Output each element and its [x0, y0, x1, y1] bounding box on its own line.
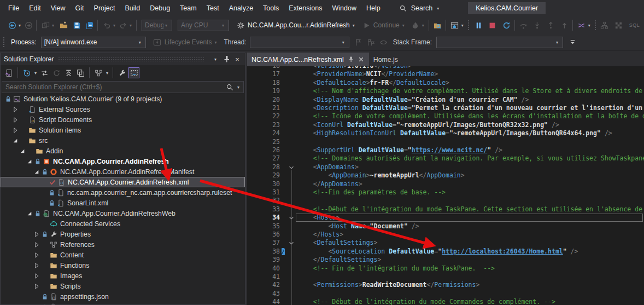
twisty-expanded-icon[interactable] — [32, 168, 40, 176]
threads-loop-icon[interactable] — [379, 37, 389, 47]
preview-selected-items-icon[interactable] — [129, 68, 139, 78]
show-all-windows-caret[interactable]: ▾ — [460, 23, 465, 28]
twisty-collapsed-icon[interactable] — [32, 230, 40, 238]
restart-icon[interactable] — [502, 20, 512, 30]
fold-chevron-icon[interactable] — [288, 164, 295, 171]
menu-item-tools[interactable]: Tools — [258, 2, 284, 15]
search-options-caret[interactable]: ▾ — [236, 85, 241, 90]
view-hierarchy-icon[interactable] — [93, 68, 103, 78]
undo-icon[interactable] — [102, 20, 112, 30]
code-editor[interactable]: 16 <Version>1.0.1.0</Version>17 <Provide… — [247, 66, 644, 305]
startup-project-caret[interactable]: ▾ — [351, 23, 356, 28]
properties-wrench-icon[interactable] — [117, 68, 127, 78]
twisty-expanded-icon[interactable] — [25, 209, 33, 217]
solution-config-dropdown[interactable]: Debug▾ — [142, 20, 172, 31]
editor-tab-home-js[interactable]: Home.js — [369, 53, 402, 66]
hot-reload-caret[interactable]: ▾ — [420, 23, 426, 28]
nav-back-icon[interactable] — [7, 20, 17, 30]
step-over-icon[interactable] — [519, 20, 529, 30]
break-all-icon[interactable] — [474, 20, 484, 30]
stack-frame-dropdown[interactable]: ▾ — [436, 37, 563, 48]
collapse-all-icon[interactable] — [63, 68, 73, 78]
switch-views-icon[interactable] — [4, 68, 14, 78]
watch-icon[interactable] — [577, 20, 587, 30]
redo-icon[interactable] — [118, 20, 128, 30]
menu-item-extensions[interactable]: Extensions — [284, 2, 327, 15]
tree-item-scripts[interactable]: Scripts — [1, 281, 245, 291]
tree-item-connected-services[interactable]: Connected Services — [1, 218, 245, 229]
pending-changes-filter-icon[interactable] — [22, 68, 32, 78]
twisty-collapsed-icon[interactable] — [32, 282, 40, 290]
search-input[interactable] — [2, 83, 225, 91]
new-project-icon[interactable] — [40, 20, 50, 30]
watch-caret[interactable]: ▾ — [587, 23, 592, 28]
toolbar-overflow-icon[interactable] — [567, 37, 577, 47]
tree-item-partial[interactable] — [1, 302, 245, 304]
solution-platform-dropdown[interactable]: Any CPU▾ — [178, 20, 229, 31]
url-link[interactable]: http://localhost:26043/Home.html — [442, 248, 563, 255]
solution-explorer-header[interactable]: Solution Explorer ▾ × — [1, 53, 245, 65]
twisty-collapsed-icon[interactable] — [32, 261, 40, 269]
tree-item-images[interactable]: Images — [1, 271, 245, 281]
menu-item-build[interactable]: Build — [120, 2, 145, 15]
flag-icon[interactable] — [354, 37, 364, 47]
redo-caret[interactable]: ▾ — [128, 23, 133, 28]
step-into-icon[interactable] — [532, 20, 542, 30]
menu-item-test[interactable]: Test — [202, 2, 224, 15]
quick-search[interactable]: Search ▾ — [394, 1, 446, 15]
stop-debugging-icon[interactable] — [488, 20, 497, 30]
find-in-files-icon[interactable] — [433, 20, 443, 30]
save-icon[interactable] — [72, 20, 81, 30]
open-file-icon[interactable] — [58, 20, 68, 30]
menu-item-view[interactable]: View — [46, 2, 71, 15]
code-map-icon[interactable] — [600, 20, 610, 30]
new-project-caret[interactable]: ▾ — [50, 23, 56, 28]
refresh-icon[interactable] — [51, 68, 61, 78]
show-all-windows-icon[interactable] — [450, 20, 460, 30]
fold-chevron-icon[interactable] — [288, 239, 295, 247]
menu-item-window[interactable]: Window — [327, 2, 361, 15]
twisty-collapsed-icon[interactable] — [32, 251, 40, 259]
tab-pin-icon[interactable] — [347, 56, 354, 63]
step-out-icon[interactable] — [546, 20, 556, 30]
step-up-icon[interactable] — [560, 20, 570, 30]
view-hierarchy-caret[interactable]: ▾ — [104, 71, 110, 76]
menu-item-help[interactable]: Help — [361, 2, 385, 15]
menu-item-team[interactable]: Team — [175, 2, 202, 15]
menu-item-analyze[interactable]: Analyze — [224, 2, 258, 15]
show-all-files-icon[interactable] — [75, 68, 85, 78]
tree-item-solution-kelios-cam-courrier-9-of-9-proj[interactable]: Solution 'Kelios.CAM.Courrier' (9 of 9 p… — [1, 94, 245, 104]
tree-item-nc-cam-app-courrier-addinrefresh[interactable]: NC.CAM.App.Courrier.AddinRefresh — [1, 156, 245, 166]
hot-reload-flame-icon[interactable] — [411, 20, 420, 30]
twisty-collapsed-icon[interactable] — [11, 126, 19, 134]
tree-item-addin[interactable]: Addin — [1, 146, 245, 156]
close-icon[interactable]: × — [233, 55, 242, 64]
tree-item-script-documents[interactable]: JSScript Documents — [1, 114, 245, 125]
menu-item-git[interactable]: Git — [71, 2, 89, 15]
menu-item-debug[interactable]: Debug — [145, 2, 175, 15]
tree-item-solution-items[interactable]: Solution items — [1, 125, 245, 135]
tree-item-references[interactable]: References — [1, 239, 245, 250]
lifecycle-events-icon[interactable] — [153, 37, 162, 47]
nav-back-caret[interactable]: ▾ — [17, 23, 22, 28]
tree-item-appsettings-json[interactable]: {}appsettings.json — [1, 291, 245, 302]
pin-icon[interactable] — [222, 55, 231, 64]
menu-item-edit[interactable]: Edit — [24, 2, 46, 15]
tree-item-src[interactable]: src — [1, 135, 245, 146]
lifecycle-events-caret[interactable]: ▾ — [213, 40, 218, 45]
url-link[interactable]: https://www.ncit.nc/ — [412, 146, 487, 154]
tree-item-sonarlint-xml[interactable]: SonarLint.xml — [1, 198, 245, 208]
architecture-icon[interactable] — [614, 20, 624, 30]
twisty-collapsed-icon[interactable] — [11, 105, 19, 113]
tree-item-nc-cam-app-courrier-addinrefreshmanifest[interactable]: NC.CAM.App.Courrier.AddinRefreshManifest — [1, 166, 245, 177]
process-dropdown[interactable]: [N/A] winword.exe▾ — [41, 37, 146, 48]
save-all-icon[interactable] — [85, 20, 95, 30]
twisty-collapsed-icon[interactable] — [32, 240, 40, 249]
tree-item-content[interactable]: Content — [1, 250, 245, 260]
twisty-expanded-icon[interactable] — [18, 147, 26, 155]
tab-close-icon[interactable] — [358, 56, 365, 63]
startup-project-gear-icon[interactable] — [236, 20, 245, 30]
grip-handle[interactable] — [3, 37, 5, 48]
sync-with-active-document-icon[interactable] — [39, 68, 49, 78]
twisty-collapsed-icon[interactable] — [32, 272, 40, 280]
